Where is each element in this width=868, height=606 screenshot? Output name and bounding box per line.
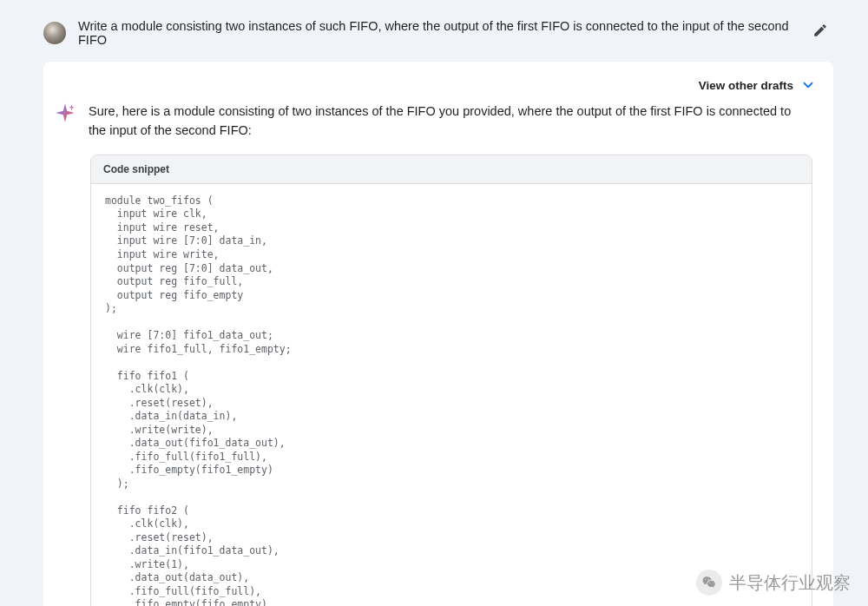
user-avatar — [43, 22, 66, 44]
response-body: Sure, here is a module consisting of two… — [64, 102, 812, 141]
user-prompt-text: Write a module consisting two instances … — [78, 19, 795, 47]
pencil-icon — [812, 23, 828, 38]
response-card: View other drafts — [43, 62, 833, 606]
code-block: Code snippet module two_fifos ( input wi… — [90, 155, 812, 606]
code-content: module two_fifos ( input wire clk, input… — [91, 184, 812, 606]
code-block-header: Code snippet — [91, 155, 812, 184]
user-prompt-row: Write a module consisting two instances … — [43, 10, 833, 58]
chevron-down-icon — [800, 77, 816, 93]
bard-sparkle-icon — [54, 102, 76, 124]
edit-prompt-button[interactable] — [807, 17, 833, 48]
view-drafts-button[interactable]: View other drafts — [64, 77, 816, 102]
view-drafts-label: View other drafts — [699, 79, 793, 92]
response-intro-text: Sure, here is a module consisting of two… — [89, 102, 812, 141]
